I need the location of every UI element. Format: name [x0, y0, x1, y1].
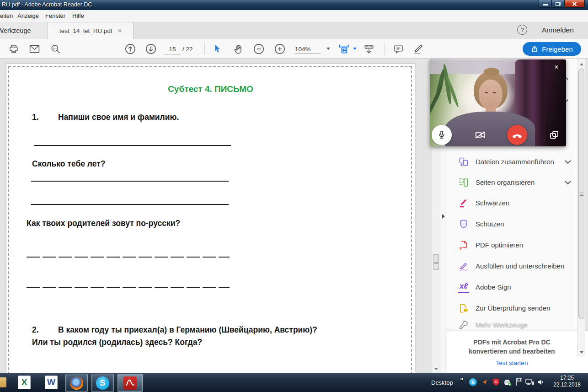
cursor-icon	[212, 43, 222, 54]
zoom-dropdown-caret-icon[interactable]	[326, 48, 330, 50]
taskbar-acrobat-button[interactable]	[118, 374, 143, 392]
menu-bar: eiten Anzeige Fenster Hilfe	[0, 10, 588, 22]
sidebar-item-redact[interactable]: Schwärzen	[447, 193, 577, 213]
tray-network-icon[interactable]	[525, 378, 535, 386]
firefox-icon	[70, 376, 83, 390]
start-trial-link[interactable]: Test starten	[447, 360, 577, 366]
scroll-up-arrow-icon[interactable]	[580, 63, 583, 65]
redact-marker-icon	[458, 198, 469, 209]
search-button[interactable]	[48, 43, 62, 55]
tray-skype-icon[interactable]: S	[469, 378, 477, 386]
taskbar-excel-icon[interactable]: X	[15, 374, 33, 391]
email-button[interactable]	[27, 43, 41, 55]
question-2-number: 2.	[32, 325, 39, 335]
hang-up-button[interactable]	[507, 125, 527, 145]
tab-document[interactable]: test_14_let_RU.pdf ×	[48, 22, 134, 39]
menu-item-fenster[interactable]: Fenster	[45, 12, 65, 19]
tray-app-icon[interactable]	[481, 379, 488, 386]
person-face	[479, 80, 502, 110]
sidebar-item-protect[interactable]: Schützen	[447, 214, 577, 234]
envelope-icon	[29, 44, 40, 54]
toolbar-separator	[204, 43, 205, 55]
comment-button[interactable]	[391, 43, 405, 55]
camera-off-icon	[474, 129, 486, 141]
sidebar-item-send-review[interactable]: Zur Überprüfung senden	[447, 298, 577, 318]
help-icon[interactable]: ?	[517, 25, 527, 35]
tab-document-label: test_14_let_RU.pdf	[59, 27, 112, 34]
chevron-down-icon[interactable]	[564, 180, 572, 185]
menu-item-anzeige[interactable]: Anzeige	[17, 12, 39, 19]
camera-off-button[interactable]	[470, 125, 490, 145]
taskbar-firefox-button[interactable]	[65, 374, 88, 392]
previous-page-button[interactable]	[123, 43, 137, 55]
pdf-scrollbar-thumb[interactable]	[433, 254, 439, 270]
sidebar-scrollbar[interactable]	[577, 59, 585, 357]
share-button[interactable]: Freigeben	[523, 42, 581, 56]
sidebar-item-optimize-pdf[interactable]: PDF optimieren	[447, 235, 577, 255]
shield-icon	[458, 219, 469, 230]
scroll-mode-button[interactable]	[362, 43, 376, 55]
highlight-button[interactable]	[412, 43, 425, 55]
scroll-down-arrow-icon[interactable]	[580, 351, 583, 354]
zoom-level-value[interactable]: 104%	[295, 46, 321, 54]
adobe-sign-icon: xℓ	[458, 281, 469, 293]
print-button[interactable]	[7, 43, 21, 55]
question-2-line1: В каком году ты приехал(а) в Германию (Ш…	[58, 325, 317, 335]
promo-text-line1: PDFs mit Acrobat Pro DC	[447, 338, 577, 346]
fit-dropdown-caret-icon[interactable]	[353, 48, 357, 50]
arrow-down-circle-icon	[145, 43, 157, 55]
sidebar-item-adobe-sign[interactable]: xℓ Adobe Sign	[447, 277, 577, 297]
tab-close-icon[interactable]: ×	[118, 27, 122, 34]
tray-printer-icon[interactable]	[503, 379, 512, 386]
taskbar-clock[interactable]: 17:25 22.12.2018	[549, 375, 585, 388]
tray-action-center-flag-icon[interactable]	[515, 378, 523, 386]
select-tool-button[interactable]	[210, 43, 224, 55]
sign-in-link[interactable]: Anmelden	[542, 26, 574, 34]
menu-item-hilfe[interactable]: Hilfe	[72, 12, 84, 19]
taskbar-word-icon[interactable]: W	[42, 374, 60, 391]
chevron-down-icon[interactable]	[564, 160, 572, 164]
search-icon	[50, 43, 61, 55]
desktop-toolbar-label[interactable]: Desktop	[431, 379, 453, 386]
switch-view-button[interactable]	[545, 125, 564, 145]
zoom-out-button[interactable]	[252, 43, 266, 55]
sidebar-item-more-tools-partial[interactable]: Mehr Werkzeuge	[447, 319, 577, 331]
sidebar-item-fill-sign[interactable]: Ausfüllen und unterschreiben	[447, 256, 577, 276]
main-toolbar	[0, 39, 588, 59]
mute-microphone-button[interactable]	[432, 125, 452, 145]
close-button[interactable]	[564, 0, 585, 8]
hand-icon	[233, 43, 244, 55]
tray-gdata-shield-icon[interactable]: G	[492, 378, 500, 386]
taskbar-overflow-chevron[interactable]: »	[460, 375, 463, 382]
plus-circle-icon	[274, 43, 286, 55]
fit-width-button[interactable]	[337, 43, 351, 55]
question-2-line2: Или ты родился (родилась) здесь? Когда?	[32, 338, 202, 347]
fit-width-icon	[338, 43, 351, 55]
restore-button[interactable]	[551, 0, 565, 8]
sidebar-item-label: Schützen	[476, 220, 504, 228]
close-icon	[572, 1, 577, 6]
minimize-button[interactable]	[539, 0, 552, 8]
expand-panel-arrow-icon[interactable]	[442, 214, 445, 219]
sidebar-scrollbar-thumb[interactable]	[578, 69, 584, 319]
taskbar-folder-icon[interactable]	[0, 377, 6, 387]
sidebar-item-organize-pages[interactable]: Seiten organisieren	[447, 172, 577, 193]
zoom-in-button[interactable]	[273, 43, 287, 55]
next-page-button[interactable]	[144, 43, 158, 55]
sidebar-item-combine-files[interactable]: Dateien zusammenführen	[447, 151, 577, 172]
minimize-icon	[543, 4, 548, 5]
tab-werkzeuge[interactable]: Werkzeuge	[0, 22, 48, 39]
menu-item-bearbeiten-partial[interactable]: eiten	[0, 12, 13, 19]
microphone-icon	[437, 130, 447, 140]
video-call-overlay[interactable]: ×	[430, 59, 566, 146]
tab-werkzeuge-label: Werkzeuge	[0, 27, 31, 34]
scroll-down-arrow-icon[interactable]	[434, 368, 438, 370]
share-icon	[531, 45, 538, 53]
sidebar-item-label: Zur Überprüfung senden	[476, 304, 550, 312]
video-close-icon[interactable]: ×	[551, 62, 561, 72]
taskbar-skype-button[interactable]: S	[91, 374, 114, 392]
tray-volume-icon[interactable]	[537, 378, 545, 386]
scrollbar-grip-icon	[434, 261, 438, 264]
hand-tool-button[interactable]	[231, 43, 245, 55]
page-number-input[interactable]	[164, 44, 181, 54]
